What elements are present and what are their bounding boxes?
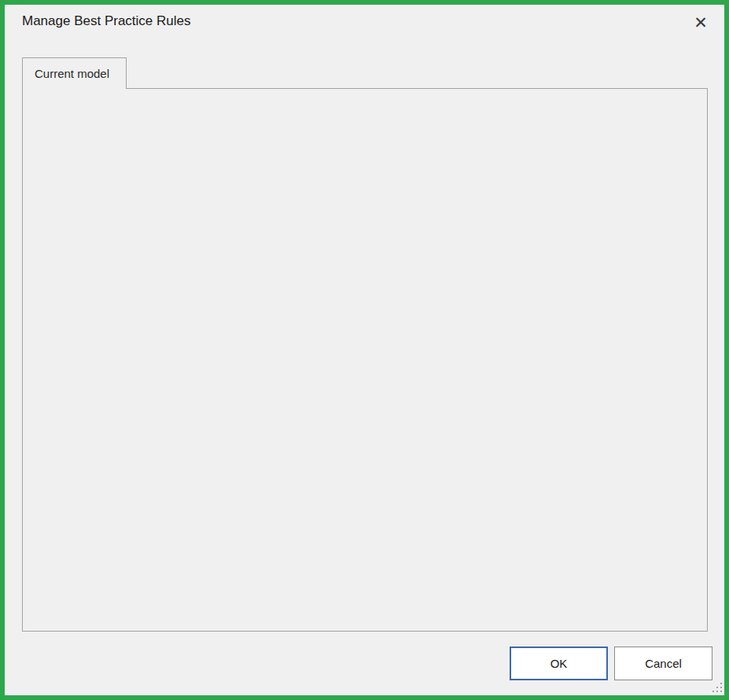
- tab-page-panel: [22, 88, 708, 632]
- dialog-title: Manage Best Practice Rules: [22, 13, 191, 29]
- resize-grip-icon[interactable]: [712, 682, 724, 694]
- tab-label: Current model: [35, 67, 109, 80]
- ok-button[interactable]: OK: [510, 647, 608, 680]
- tab-current-model[interactable]: Current model: [22, 57, 127, 89]
- close-icon[interactable]: ✕: [687, 9, 714, 36]
- manage-best-practice-rules-dialog: Manage Best Practice Rules ✕ Current mod…: [0, 0, 729, 700]
- cancel-button[interactable]: Cancel: [614, 647, 712, 680]
